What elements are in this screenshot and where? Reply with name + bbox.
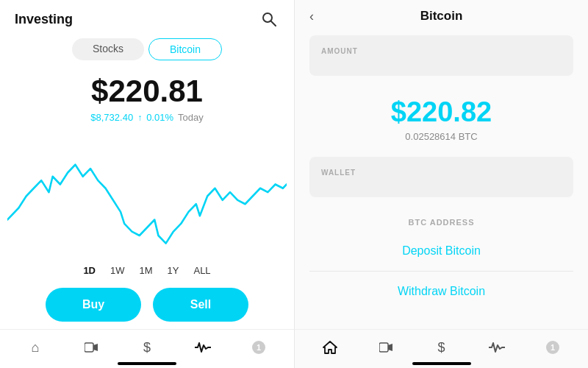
time-1w[interactable]: 1W	[110, 265, 125, 276]
chart-area	[0, 126, 294, 259]
wallet-box: WALLET	[309, 157, 573, 197]
wallet-label: WALLET	[321, 169, 562, 177]
nav-dollar-right[interactable]: $	[431, 337, 451, 358]
main-price: $220.81	[15, 74, 279, 109]
left-bottom-nav: ⌂ $ 1	[0, 329, 294, 362]
svg-line-1	[271, 21, 276, 26]
price-sub: $8,732.40 ↑ 0.01% Today	[15, 112, 279, 123]
left-panel: Investing Stocks Bitcoin $220.81 $8,732.…	[0, 0, 294, 368]
right-price-section: $220.82 0.02528614 BTC	[295, 82, 588, 148]
left-header: Investing	[0, 0, 294, 35]
amount-box: AMOUNT	[309, 35, 573, 76]
left-title: Investing	[15, 12, 73, 27]
right-panel: ‹ Bitcoin AMOUNT $220.82 0.02528614 BTC …	[294, 0, 588, 368]
withdraw-bitcoin-button[interactable]: Withdraw Bitcoin	[309, 277, 573, 305]
right-bottom-nav: $ 1	[295, 329, 588, 362]
price-total: $8,732.40	[90, 112, 133, 123]
nav-video[interactable]	[81, 337, 101, 358]
nav-activity-right[interactable]	[487, 337, 507, 358]
right-main-price: $220.82	[309, 96, 573, 128]
tabs-container: Stocks Bitcoin	[0, 35, 294, 68]
buy-button[interactable]: Buy	[46, 288, 141, 322]
separator	[309, 271, 573, 272]
btc-address-label: BTC ADDRESS	[309, 218, 573, 227]
search-button[interactable]	[259, 9, 279, 29]
bottom-indicator	[118, 362, 176, 365]
svg-marker-6	[388, 344, 392, 351]
price-section: $220.81 $8,732.40 ↑ 0.01% Today	[0, 68, 294, 126]
btc-address-section: BTC ADDRESS	[295, 206, 588, 233]
price-period: Today	[178, 112, 204, 123]
nav-notification-right[interactable]: 1	[542, 337, 563, 358]
right-bottom-indicator	[412, 362, 471, 365]
nav-activity[interactable]	[193, 337, 213, 358]
time-filters: 1D 1W 1M 1Y ALL	[0, 259, 294, 282]
svg-marker-3	[93, 344, 98, 351]
deposit-bitcoin-button[interactable]: Deposit Bitcoin	[309, 237, 573, 265]
sell-button[interactable]: Sell	[153, 288, 248, 322]
action-buttons: Buy Sell	[0, 282, 294, 329]
nav-dollar[interactable]: $	[137, 337, 157, 358]
tab-bitcoin[interactable]: Bitcoin	[148, 38, 222, 60]
time-1m[interactable]: 1M	[140, 265, 153, 276]
price-change-pct: 0.01%	[146, 112, 173, 123]
time-1d[interactable]: 1D	[83, 265, 96, 276]
nav-home[interactable]: ⌂	[25, 337, 46, 358]
nav-notification[interactable]: 1	[248, 337, 269, 358]
right-title: Bitcoin	[420, 9, 463, 24]
arrow-up-icon: ↑	[137, 113, 142, 123]
svg-rect-5	[379, 343, 388, 352]
nav-home-right[interactable]	[320, 337, 340, 358]
nav-video-right[interactable]	[376, 337, 396, 358]
svg-marker-4	[323, 342, 337, 353]
time-1y[interactable]: 1Y	[168, 265, 179, 276]
svg-rect-2	[85, 343, 93, 352]
spacer	[295, 310, 588, 329]
tab-stocks[interactable]: Stocks	[72, 38, 144, 60]
right-header: ‹ Bitcoin	[295, 0, 588, 29]
amount-label: AMOUNT	[321, 47, 562, 55]
right-btc-amount: 0.02528614 BTC	[309, 131, 573, 142]
svg-point-0	[263, 13, 272, 22]
back-button[interactable]: ‹	[309, 9, 314, 24]
time-all[interactable]: ALL	[193, 265, 210, 276]
